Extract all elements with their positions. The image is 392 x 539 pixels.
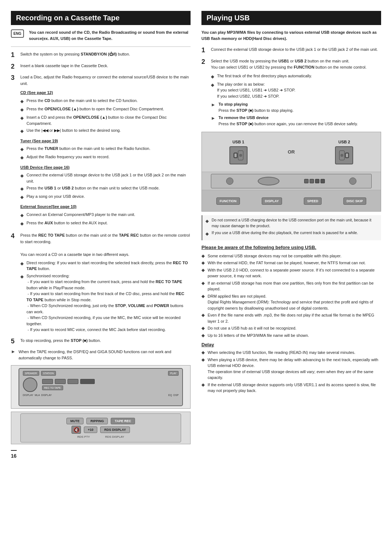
speaker-btn: SPEAKER: [23, 371, 39, 376]
usb1-icon: [229, 146, 248, 164]
panel-row-2: REC TO TAPE: [23, 377, 179, 392]
diamond-icon: ◆: [211, 82, 215, 89]
subsection-external-title: External Source(See page 10): [20, 204, 191, 210]
arrow-icon: ►: [11, 349, 17, 354]
right-column: Playing USB You can play MP3/WMA files b…: [201, 11, 381, 459]
right-step-1-content: Connect the external USB storage device …: [211, 46, 381, 54]
display-btn[interactable]: DISPLAY: [262, 197, 282, 205]
subsection-cd-title: CD (See page 12): [20, 90, 191, 96]
remote-icon-row: 🔇 +10 RDS DISPLAY: [72, 426, 130, 434]
step-1-content: Switch the system on by pressing STANDBY…: [20, 51, 191, 59]
speed-btn[interactable]: SPEED: [304, 197, 322, 205]
subsection-tuner-title: Tuner (See page 19): [20, 138, 191, 144]
diamond-icon: ◆: [201, 268, 206, 273]
usb-diagram: USB 1 OR USB 2: [201, 132, 381, 212]
svg-point-3: [239, 154, 242, 157]
aware-bullet-3-text: With the USB 2.0 HDD, connect to a separ…: [208, 267, 381, 279]
diamond-icon: ◆: [205, 218, 210, 224]
diamond-icon: ◆: [211, 73, 215, 80]
tuner-bullet-2: ◆ Adjust the Radio frequency you want to…: [20, 154, 191, 161]
svg-rect-1: [234, 154, 237, 157]
mute-btn-remote: MUTE: [66, 418, 84, 424]
rds-pty-label: RDS PTY: [77, 435, 90, 438]
diamond-icon: ◆: [20, 172, 25, 179]
aware-bullet-8-text: Up to 16 letters of the MP3/WMA file nam…: [208, 332, 381, 339]
usb-diagram-bottom: FUNCTION DISPLAY SPEED DISC SKIP: [202, 190, 381, 212]
usb1-label: USB 1: [232, 140, 244, 144]
step-2-content: Insert a blank cassette tape in the Cass…: [20, 63, 191, 71]
usb-bullet-2: ◆ Press the USB 1 or USB 2 button on the…: [20, 185, 191, 192]
note-bullet-1-text: Do not connect a USB charging device to …: [212, 217, 378, 229]
diamond-icon: ◆: [20, 154, 25, 161]
delay-bullet-2: ◆ When playing a USB device, there may b…: [201, 357, 381, 381]
usb-bullet-1-text: Connect the external USB storage device …: [26, 172, 191, 184]
aware-bullet-5-text: DRM applied files are not played.Digital…: [208, 293, 381, 311]
rect-btn-1: [42, 379, 53, 384]
station-btn: STATION: [41, 371, 56, 376]
rect-btn-tape: [80, 379, 95, 384]
function-btn[interactable]: FUNCTION: [216, 197, 240, 205]
diamond-icon: ◆: [201, 333, 206, 338]
aware-bullet-6-text: Even if the file name ends with .mp3, th…: [208, 312, 381, 324]
ripping-btn-remote: RIPPING: [86, 418, 108, 424]
to-remove-text: To remove the USB device Press the STOP …: [219, 115, 381, 127]
remote-buttons-top: MUTE RIPPING TAPE REC: [66, 418, 135, 424]
please-aware-title: Please be aware of the following before …: [201, 245, 381, 250]
cd-bullet-1-text: Press the CD button on the main unit to …: [26, 98, 191, 104]
diamond-icon: ◆: [201, 253, 206, 258]
mini-btn-usb2: [320, 179, 325, 183]
cd-bullet-4-text: Use the |◀◀ or ▶▶| button to select the …: [26, 127, 191, 134]
ext-bullet-2-text: Press the AUX button to select the AUX i…: [26, 220, 191, 226]
usb-port-1: USB 1: [229, 140, 248, 164]
step-1: 1 Switch the system on by pressing STAND…: [11, 51, 191, 59]
right-intro-text: You can play MP3/WMA files by connecting…: [201, 29, 381, 41]
diamond-icon: ◆: [201, 281, 206, 286]
right-step-1-num: 1: [201, 46, 208, 54]
usb2-label: USB 2: [338, 140, 350, 144]
subsection-tuner: Tuner (See page 19) ◆ Press the TUNER bu…: [20, 138, 191, 162]
usb-play-bullet-1-text: The first track of the first directory p…: [217, 73, 381, 79]
usb-diagram-middle: [202, 172, 381, 190]
disc-area: [23, 377, 37, 392]
dial-1: [226, 177, 233, 185]
note-box: ◆ Do not connect a USB charging device t…: [201, 215, 381, 240]
usb-port-2: USB 2: [335, 140, 353, 164]
mini-btn: [310, 179, 314, 183]
diamond-icon: ◆: [201, 294, 206, 299]
button-row-a: [42, 379, 179, 384]
diamond-icon: ◆: [20, 98, 25, 105]
aware-bullet-1: ◆ Some external USB storage devices may …: [201, 253, 381, 259]
to-stop-text: To stop playing Press the STOP (■) butto…: [219, 101, 381, 113]
diamond-icon: ◆: [20, 212, 25, 219]
device-panel: SPEAKER STATION PLAY: [19, 368, 183, 406]
eng-badge: ENG: [11, 29, 24, 38]
aware-bullet-5: ◆ DRM applied files are not played.Digit…: [201, 293, 381, 311]
page-number: 16: [11, 450, 17, 459]
delay-bullet-2-text: When playing a USB device, there may be …: [208, 357, 381, 381]
ext-bullet-1: ◆ Connect an External Component/MP3 play…: [20, 212, 191, 219]
diamond-icon: ◆: [205, 230, 210, 237]
diamond-icon: ◆: [20, 220, 25, 227]
step-4-num: 4: [11, 232, 17, 334]
disc-skip-btn[interactable]: DISC SKIP: [343, 197, 366, 205]
main-unit-diagram: SPEAKER STATION PLAY: [11, 365, 191, 409]
usb-bullet-3: ◆ Play a song on your USB device.: [20, 193, 191, 201]
subsection-cd: CD (See page 12) ◆ Press the CD button o…: [20, 90, 191, 135]
svg-rect-5: [346, 154, 348, 157]
step4-bullet-2-text: Synchronised recording: - If you want to…: [26, 273, 191, 333]
delay-bullet-3-text: If the external USB storage device suppo…: [208, 382, 381, 394]
delay-bullet-1-text: When selecting the USB function, file re…: [208, 350, 381, 356]
aware-bullet-2: ◆ With the external HDD, the FAT format …: [201, 260, 381, 266]
aware-bullet-1-text: Some external USB storage devices may no…: [208, 253, 381, 259]
step-2: 2 Insert a blank cassette tape in the Ca…: [11, 63, 191, 71]
rds-display-btn: RDS DISPLAY: [100, 426, 130, 433]
diamond-icon: ◆: [201, 382, 206, 387]
step-3-content: Load a Disc, adjust the Radio frequency …: [20, 74, 191, 229]
subsection-usb: USB Device (See page 16) ◆ Connect the e…: [20, 164, 191, 201]
step-3-num: 3: [11, 74, 17, 229]
left-intro: ENG You can record sound of the CD, the …: [11, 29, 191, 41]
usb-play-bullet-2: ◆ The play order is as below: If you sel…: [211, 81, 381, 99]
note-bullet-2: ◆ If you use a USB drive during the disc…: [205, 230, 378, 237]
diamond-icon: ◆: [20, 146, 25, 153]
panel-row-1: SPEAKER STATION PLAY: [23, 371, 179, 376]
